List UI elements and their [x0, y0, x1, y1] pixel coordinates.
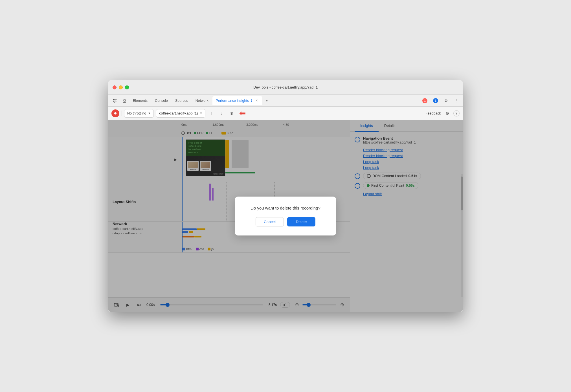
throttle-dropdown[interactable]: No throttling ▼ — [124, 109, 154, 118]
window-title: DevTools - coffee-cart.netlify.app/?ad=1 — [253, 85, 318, 89]
inspect-icon[interactable] — [110, 96, 119, 105]
devtools-window: DevTools - coffee-cart.netlify.app/?ad=1… — [108, 80, 463, 312]
dialog-buttons: Cancel Delete — [246, 217, 325, 226]
svg-point-3 — [124, 102, 125, 102]
recording-icon: 🎙 — [250, 99, 253, 103]
throttle-label: No throttling — [127, 111, 146, 115]
error-badge-button[interactable]: 1 — [420, 97, 430, 104]
delete-dialog-overlay: Do you want to delete this recording? Ca… — [108, 120, 463, 312]
settings-gear-icon[interactable]: ⚙ — [443, 109, 451, 117]
message-count: 1 — [433, 98, 438, 103]
tab-elements[interactable]: Elements — [129, 96, 151, 105]
delete-button[interactable]: Delete — [287, 217, 315, 226]
titlebar: DevTools - coffee-cart.netlify.app/?ad=1 — [108, 80, 463, 95]
maximize-button[interactable] — [125, 85, 129, 89]
close-button[interactable] — [113, 85, 117, 89]
help-icon[interactable]: ? — [453, 110, 460, 116]
tab-bar: Elements Console Sources Network Perform… — [108, 95, 463, 107]
toolbar: No throttling ▼ coffee-cart.netlify.app … — [108, 107, 463, 120]
traffic-lights — [113, 85, 129, 89]
more-tabs-button[interactable]: » — [264, 97, 269, 104]
message-badge-button[interactable]: 1 — [431, 97, 440, 104]
tab-console[interactable]: Console — [151, 96, 171, 105]
export-icon[interactable]: ↑ — [208, 109, 216, 117]
import-icon[interactable]: ↓ — [218, 109, 226, 117]
target-dropdown[interactable]: coffee-cart.netlify.app (1) ▼ — [156, 109, 205, 118]
svg-rect-2 — [124, 100, 125, 101]
dialog-title: Do you want to delete this recording? — [246, 206, 325, 210]
tab-performance-insights[interactable]: Performance insights 🎙 ✕ — [212, 96, 262, 105]
tab-close-icon[interactable]: ✕ — [254, 98, 259, 103]
overflow-menu-icon[interactable]: ⋮ — [452, 96, 461, 105]
minimize-button[interactable] — [119, 85, 123, 89]
tab-sources[interactable]: Sources — [172, 96, 192, 105]
tab-right-area: 1 1 ⚙ ⋮ — [420, 96, 461, 105]
target-dropdown-arrow: ▼ — [199, 112, 202, 115]
feedback-link[interactable]: Feedback — [425, 111, 441, 115]
toolbar-divider — [122, 111, 122, 116]
tab-network[interactable]: Network — [192, 96, 212, 105]
delete-recording-button[interactable]: 🗑 — [228, 109, 236, 117]
target-label: coffee-cart.netlify.app (1) — [159, 111, 198, 115]
svg-point-4 — [114, 112, 117, 114]
delete-dialog: Do you want to delete this recording? Ca… — [235, 197, 336, 235]
error-count: 1 — [422, 98, 427, 103]
settings-icon[interactable]: ⚙ — [442, 96, 451, 105]
throttle-dropdown-arrow: ▼ — [148, 112, 151, 115]
main-content: 0ms 1,600ms 3,200ms 4,80 DCL FCP — [108, 120, 463, 312]
svg-rect-0 — [113, 99, 115, 100]
device-icon[interactable] — [120, 96, 129, 105]
red-arrow-indicator: ⬅ — [239, 109, 246, 118]
cancel-button[interactable]: Cancel — [256, 217, 284, 226]
record-button[interactable] — [111, 109, 119, 117]
